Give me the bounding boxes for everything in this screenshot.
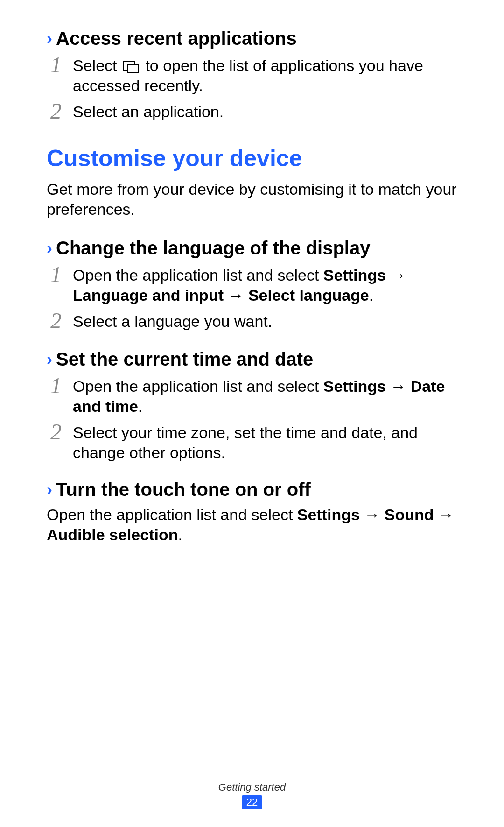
step-row: 1 Open the application list and select S… xyxy=(47,263,457,305)
chevron-icon: › xyxy=(47,481,52,498)
subheading-text: Turn the touch tone on or off xyxy=(56,479,311,500)
step-row: 2 Select a language you want. xyxy=(47,310,457,332)
chevron-icon: › xyxy=(47,30,52,47)
step-number: 2 xyxy=(47,310,65,332)
step-arrow: → xyxy=(386,377,411,395)
para-arrow: → xyxy=(360,506,385,523)
step-body: Select an application. xyxy=(73,100,224,122)
step-arrow: → xyxy=(386,266,406,284)
step-arrow: → xyxy=(224,286,248,304)
step-t1: Open the application list and select xyxy=(73,266,323,284)
step-body: Open the application list and select Set… xyxy=(73,375,457,416)
paragraph: Open the application list and select Set… xyxy=(47,505,457,544)
step-body: Select a language you want. xyxy=(73,310,272,332)
intro-text: Get more from your device by customising… xyxy=(47,179,457,219)
step-bold: Settings xyxy=(323,266,386,284)
subheading-access-recent: › Access recent applications xyxy=(47,28,457,49)
step-number: 1 xyxy=(47,263,65,286)
footer-section-label: Getting started xyxy=(0,781,504,793)
para-bold: Audible selection xyxy=(47,526,178,544)
step-body: Select your time zone, set the time and … xyxy=(73,421,457,462)
step-text-pre: Select xyxy=(73,57,121,74)
para-arrow: → xyxy=(434,506,454,523)
para-bold: Sound xyxy=(385,506,434,523)
step-body: Open the application list and select Set… xyxy=(73,263,457,305)
recent-apps-icon xyxy=(123,61,139,72)
para-tail: . xyxy=(178,526,182,544)
step-row: 2 Select an application. xyxy=(47,100,457,122)
subheading-text: Change the language of the display xyxy=(56,238,370,259)
subheading-touch-tone: › Turn the touch tone on or off xyxy=(47,479,457,500)
subheading-set-time-date: › Set the current time and date xyxy=(47,349,457,370)
subheading-text: Access recent applications xyxy=(56,28,297,49)
step-number: 2 xyxy=(47,421,65,443)
step-bold: Language and input xyxy=(73,286,224,304)
subheading-text: Set the current time and date xyxy=(56,349,313,370)
para-bold: Settings xyxy=(297,506,360,523)
step-row: 1 Select to open the list of application… xyxy=(47,54,457,95)
step-bold: Select language xyxy=(248,286,369,304)
step-row: 1 Open the application list and select S… xyxy=(47,375,457,416)
para-t1: Open the application list and select xyxy=(47,506,297,523)
main-heading: Customise your device xyxy=(47,145,457,172)
subheading-change-language: › Change the language of the display xyxy=(47,238,457,259)
chevron-icon: › xyxy=(47,351,52,368)
step-body: Select to open the list of applications … xyxy=(73,54,457,95)
step-number: 2 xyxy=(47,100,65,122)
step-row: 2 Select your time zone, set the time an… xyxy=(47,421,457,462)
step-tail: . xyxy=(369,286,373,304)
step-tail: . xyxy=(138,397,142,415)
step-bold: Settings xyxy=(323,377,386,395)
step-number: 1 xyxy=(47,375,65,397)
chevron-icon: › xyxy=(47,240,52,257)
step-t1: Open the application list and select xyxy=(73,377,323,395)
page-number-badge: 22 xyxy=(242,795,262,809)
step-number: 1 xyxy=(47,54,65,76)
footer: Getting started 22 xyxy=(0,781,504,809)
